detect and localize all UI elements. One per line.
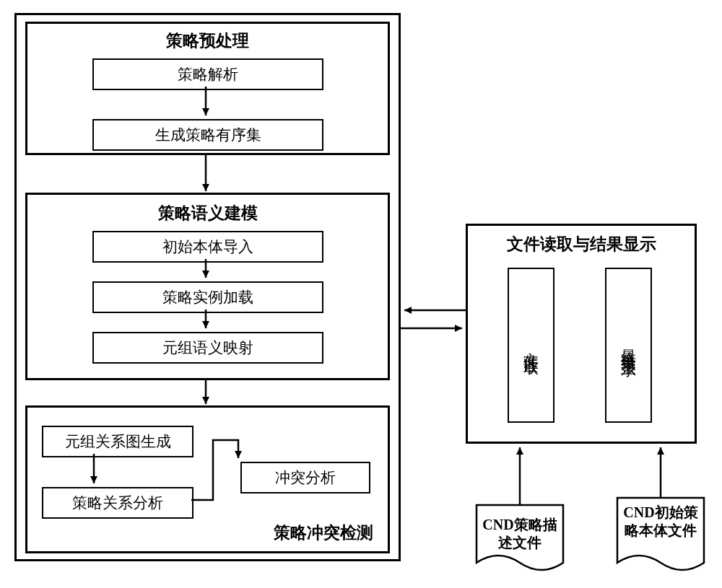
step-relation-analysis: 策略关系分析 <box>42 487 193 519</box>
right-io-title: 文件读取与结果显示 <box>468 233 695 255</box>
section-semantic: 策略语义建模 初始本体导入 策略实例加载 元组语义映射 <box>25 193 390 380</box>
step-conflict-analysis: 冲突分析 <box>240 462 370 493</box>
step-tuple-mapping: 元组语义映射 <box>92 332 323 364</box>
result-display-box: 最终结果显示 <box>605 268 652 423</box>
right-io-container: 文件读取与结果显示 文件读取 最终结果显示 <box>466 224 697 444</box>
step-ontology-import: 初始本体导入 <box>92 231 323 263</box>
step-parse: 策略解析 <box>92 58 323 90</box>
section-semantic-title: 策略语义建模 <box>27 202 388 224</box>
section-conflict: 元组关系图生成 策略关系分析 冲突分析 策略冲突检测 <box>25 405 390 553</box>
doc1-label: CND策略描述文件 <box>477 516 563 552</box>
step-relation-graph: 元组关系图生成 <box>42 426 193 457</box>
section-preprocess-title: 策略预处理 <box>27 30 388 52</box>
result-display-label: 最终结果显示 <box>619 337 639 354</box>
section-preprocess: 策略预处理 策略解析 生成策略有序集 <box>25 22 390 155</box>
step-instance-load: 策略实例加载 <box>92 281 323 313</box>
file-read-box: 文件读取 <box>508 268 554 423</box>
file-read-label: 文件读取 <box>521 340 542 351</box>
step-ordered-set: 生成策略有序集 <box>92 119 323 151</box>
section-conflict-title: 策略冲突检测 <box>274 522 373 544</box>
doc2-label: CND初始策略本体文件 <box>617 504 704 540</box>
